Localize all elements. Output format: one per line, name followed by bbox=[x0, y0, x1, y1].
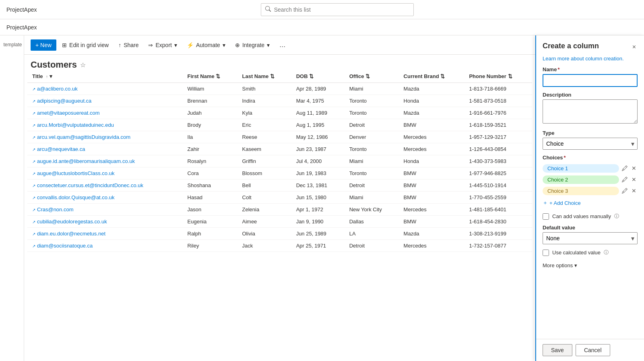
choices-field-label: Choices * bbox=[543, 155, 638, 161]
cell-first-name: Brody bbox=[183, 119, 237, 131]
cell-first-name: Shoshana bbox=[183, 179, 237, 192]
integrate-icon: ⊕ bbox=[235, 42, 240, 48]
choice-edit-2-button[interactable] bbox=[621, 175, 629, 184]
cell-last-name: Jack bbox=[237, 240, 291, 252]
panel-close-button[interactable]: × bbox=[631, 42, 638, 52]
choice-delete-3-button[interactable]: ✕ bbox=[630, 186, 638, 195]
table-row[interactable]: ↗diam@sociisnatoque.ca Riley Jack Apr 25… bbox=[27, 240, 532, 252]
choice-item: Choice 2 ✕ bbox=[543, 175, 638, 184]
cell-phone: 1-430-373-5983 bbox=[464, 155, 532, 167]
table-row[interactable]: ↗amet@vitaeposuereat.com Judah Kyla Aug … bbox=[27, 107, 532, 119]
sort-dob-icon: ⇅ bbox=[309, 73, 314, 79]
export-chevron-icon: ▾ bbox=[174, 42, 177, 48]
add-choice-button[interactable]: ＋ + Add Choice bbox=[543, 198, 581, 208]
calculated-info-icon: ⓘ bbox=[604, 249, 609, 256]
cell-brand: Honda bbox=[399, 95, 464, 107]
cell-phone: 1-977-946-8825 bbox=[464, 167, 532, 179]
table-row[interactable]: ↗consectetuer.cursus.et@tinciduntDonec.c… bbox=[27, 179, 532, 192]
choices-container: Choice 1 ✕ Choice 2 ✕ Choice 3 ✕ bbox=[543, 164, 638, 195]
table-row[interactable]: ↗augue.id.ante@liberomaurisaliquam.co.uk… bbox=[27, 155, 532, 167]
table-row[interactable]: ↗convallis.dolor.Quisque@at.co.uk Hasad … bbox=[27, 192, 532, 204]
automate-button[interactable]: ⚡ Automate ▾ bbox=[183, 39, 229, 51]
cell-title: ↗a@aclibero.co.uk bbox=[27, 83, 183, 95]
table-row[interactable]: ↗Cras@non.com Jason Zelenia Apr 1, 1972 … bbox=[27, 204, 532, 216]
cell-title: ↗augue@luctuslobortisClass.co.uk bbox=[27, 167, 183, 179]
integrate-chevron-icon: ▾ bbox=[267, 42, 270, 48]
share-button[interactable]: ↑ Share bbox=[114, 39, 142, 51]
type-select[interactable]: TextChoiceDateNumberYes/NoPersonHyperlin… bbox=[543, 138, 638, 150]
table-row[interactable]: ↗a@aclibero.co.uk William Smith Apr 28, … bbox=[27, 83, 532, 95]
col-dob[interactable]: DOB ⇅ bbox=[291, 70, 345, 83]
cell-first-name: Brennan bbox=[183, 95, 237, 107]
cell-office: Dallas bbox=[345, 216, 399, 228]
use-calculated-checkbox[interactable] bbox=[543, 250, 549, 256]
col-title[interactable]: Title ↑ ▾ bbox=[27, 70, 183, 83]
cell-last-name: Aimee bbox=[237, 216, 291, 228]
choice-delete-2-button[interactable]: ✕ bbox=[630, 175, 638, 184]
toolbar: + New ⊞ Edit in grid view ↑ Share ⇒ Expo… bbox=[24, 35, 535, 55]
table-row[interactable]: ↗adipiscing@augueut.ca Brennan Indira Ma… bbox=[27, 95, 532, 107]
automate-chevron-icon: ▾ bbox=[223, 42, 225, 48]
choice-edit-1-button[interactable] bbox=[621, 164, 629, 172]
more-options-button[interactable]: More options ▾ bbox=[543, 261, 577, 270]
automate-icon: ⚡ bbox=[187, 42, 194, 48]
cell-last-name: Kyla bbox=[237, 107, 291, 119]
col-phone[interactable]: Phone Number ⇅ bbox=[464, 70, 532, 83]
cell-last-name: Bell bbox=[237, 179, 291, 192]
cell-phone: 1-308-213-9199 bbox=[464, 228, 532, 240]
cell-dob: Jun 23, 1987 bbox=[291, 143, 345, 155]
choice-item: Choice 3 ✕ bbox=[543, 186, 638, 195]
col-last-name[interactable]: Last Name ⇅ bbox=[237, 70, 291, 83]
learn-more-link[interactable]: Learn more about column creation. bbox=[536, 56, 644, 66]
main-content: + New ⊞ Edit in grid view ↑ Share ⇒ Expo… bbox=[24, 35, 535, 361]
cell-brand: Mercedes bbox=[399, 204, 464, 216]
cell-first-name: Rosalyn bbox=[183, 155, 237, 167]
cell-last-name: Kaseem bbox=[237, 143, 291, 155]
can-add-values-checkbox[interactable] bbox=[543, 213, 549, 220]
cell-title: ↗adipiscing@augueut.ca bbox=[27, 95, 183, 107]
cell-phone: 1-581-873-0518 bbox=[464, 95, 532, 107]
cell-phone: 1-916-661-7976 bbox=[464, 107, 532, 119]
cell-dob: Jun 25, 1989 bbox=[291, 228, 345, 240]
col-office[interactable]: Office ⇅ bbox=[345, 70, 399, 83]
edit-grid-button[interactable]: ⊞ Edit in grid view bbox=[58, 39, 113, 51]
table-row[interactable]: ↗arcu.vel.quam@sagittisDuisgravida.com I… bbox=[27, 131, 532, 143]
table-row[interactable]: ↗diam.eu.dolor@necmetus.net Ralph Olivia… bbox=[27, 228, 532, 240]
more-toolbar-button[interactable]: ... bbox=[275, 38, 289, 52]
table-row[interactable]: ↗cubilia@eudoloregestas.co.uk Eugenia Ai… bbox=[27, 216, 532, 228]
new-button[interactable]: + New bbox=[31, 39, 56, 51]
cell-last-name: Griffin bbox=[237, 155, 291, 167]
cell-phone: 1-618-454-2830 bbox=[464, 216, 532, 228]
cell-title: ↗augue.id.ante@liberomaurisaliquam.co.uk bbox=[27, 155, 183, 167]
cell-office: Miami bbox=[345, 83, 399, 95]
cell-office: Detroit bbox=[345, 119, 399, 131]
cell-brand: Mercedes bbox=[399, 240, 464, 252]
cell-phone: 1-618-159-3521 bbox=[464, 119, 532, 131]
cell-last-name: Olivia bbox=[237, 228, 291, 240]
table-row[interactable]: ↗arcu.Morbi@vulputateduinec.edu Brody Er… bbox=[27, 119, 532, 131]
favorite-star-icon[interactable]: ☆ bbox=[80, 61, 86, 69]
cell-first-name: Judah bbox=[183, 107, 237, 119]
cell-office: New York City bbox=[345, 204, 399, 216]
description-textarea[interactable] bbox=[543, 99, 638, 124]
cell-title: ↗Cras@non.com bbox=[27, 204, 183, 216]
cell-dob: Dec 13, 1981 bbox=[291, 179, 345, 192]
table-row[interactable]: ↗augue@luctuslobortisClass.co.uk Cora Bl… bbox=[27, 167, 532, 179]
search-box[interactable] bbox=[261, 3, 414, 16]
page-header: Customers ☆ bbox=[24, 55, 535, 70]
cancel-button[interactable]: Cancel bbox=[576, 344, 610, 356]
choice-delete-1-button[interactable]: ✕ bbox=[630, 164, 638, 173]
col-current-brand[interactable]: Current Brand ⇅ bbox=[399, 70, 464, 83]
default-value-select[interactable]: None bbox=[543, 232, 638, 244]
table-row[interactable]: ↗arcu@nequevitae.ca Zahir Kaseem Jun 23,… bbox=[27, 143, 532, 155]
col-first-name[interactable]: First Name ⇅ bbox=[183, 70, 237, 83]
cell-first-name: Cora bbox=[183, 167, 237, 179]
cell-title: ↗amet@vitaeposuereat.com bbox=[27, 107, 183, 119]
name-input[interactable] bbox=[543, 74, 638, 87]
cell-office: Miami bbox=[345, 192, 399, 204]
integrate-button[interactable]: ⊕ Integrate ▾ bbox=[231, 39, 274, 51]
choice-edit-3-button[interactable] bbox=[621, 187, 629, 195]
search-input[interactable] bbox=[274, 6, 409, 13]
export-button[interactable]: ⇒ Export ▾ bbox=[144, 39, 181, 51]
save-button[interactable]: Save bbox=[543, 344, 572, 356]
